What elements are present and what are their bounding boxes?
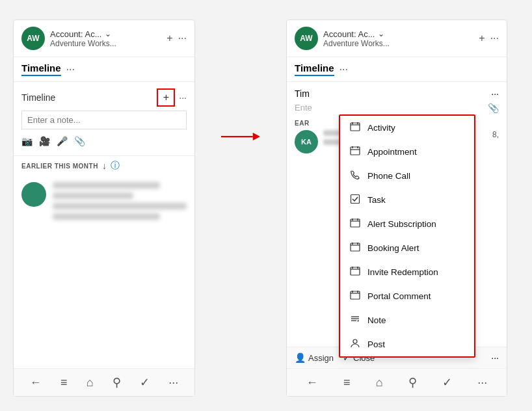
add-button[interactable]: +: [166, 33, 172, 44]
nav-search-icon[interactable]: ⚲: [113, 375, 121, 390]
right-timeline-label-row: Timeline ···: [287, 57, 507, 82]
chevron-down-icon: ⌄: [105, 29, 111, 38]
attachment-icon[interactable]: 📎: [74, 136, 85, 146]
blur-line: [53, 192, 133, 199]
right-header-subtitle: Adventure Works...: [323, 39, 473, 48]
dropdown-item-appointment[interactable]: Appointment: [340, 140, 474, 164]
svg-rect-19: [351, 267, 360, 275]
dropdown-item-phone-call[interactable]: Phone Call: [340, 164, 474, 188]
right-earlier-label: EAR: [295, 120, 310, 127]
camera-icon[interactable]: 📷: [21, 136, 33, 146]
left-bottom-nav: ← ≡ ⌂ ⚲ ✓ ···: [14, 368, 194, 396]
blur-avatar-1: [21, 182, 46, 207]
appointment-icon: [349, 146, 361, 158]
video-icon[interactable]: 🎥: [39, 136, 50, 146]
right-panel-header: AW Account: Ac... ⌄ Adventure Works... +…: [287, 20, 507, 57]
dropdown-invite-redemption-label: Invite Redemption: [367, 267, 438, 277]
invite-redemption-icon: [349, 266, 361, 278]
right-attachment-icon[interactable]: 📎: [488, 103, 499, 113]
right-nav-check-icon[interactable]: ✓: [442, 375, 452, 390]
blur-line: [53, 182, 160, 189]
dropdown-item-booking-alert[interactable]: Booking Alert: [340, 236, 474, 260]
dropdown-note-label: Note: [367, 315, 386, 325]
dropdown-item-post[interactable]: Post: [340, 332, 474, 356]
dropdown-item-note[interactable]: Note: [340, 308, 474, 332]
timeline-actions-row: 📷 🎥 🎤 📎: [21, 133, 187, 149]
right-note-row: Ente 📎: [295, 103, 499, 113]
nav-menu-icon[interactable]: ≡: [60, 376, 68, 390]
timeline-add-button[interactable]: +: [157, 88, 175, 107]
header-subtitle: Adventure Works...: [50, 39, 161, 48]
dropdown-phone-call-label: Phone Call: [367, 171, 410, 181]
right-more-button[interactable]: ···: [490, 33, 499, 44]
dropdown-post-label: Post: [367, 339, 385, 349]
right-bottom-nav: ← ≡ ⌂ ⚲ ✓ ···: [287, 368, 507, 396]
blur-line: [53, 213, 160, 220]
right-timeline-tab[interactable]: Timeline: [295, 62, 334, 76]
svg-rect-23: [351, 291, 360, 299]
dropdown-portal-comment-label: Portal Comment: [367, 291, 431, 301]
blurred-content: [14, 176, 194, 234]
booking-alert-icon: [349, 242, 361, 254]
blur-line: [53, 203, 187, 209]
right-add-button[interactable]: +: [479, 33, 485, 44]
left-panel: AW Account: Ac... ⌄ Adventure Works... +…: [13, 20, 195, 397]
task-icon: [349, 194, 361, 206]
right-panel: AW Account: Ac... ⌄ Adventure Works... +…: [286, 20, 507, 397]
timeline-label-row: Timeline ···: [14, 57, 194, 82]
earlier-label: EARLIER THIS MONTH: [21, 163, 98, 170]
header-title: Account: Ac... ⌄: [50, 29, 161, 39]
sort-icon[interactable]: ↓: [102, 161, 107, 171]
timeline-section-more[interactable]: ···: [179, 92, 187, 103]
dropdown-item-task[interactable]: Task: [340, 188, 474, 212]
svg-rect-10: [351, 195, 360, 204]
right-header-title-text: Account: Ac...: [323, 29, 375, 39]
right-blur-avatar: KA: [295, 130, 318, 153]
avatar: AW: [21, 27, 45, 50]
timeline-tab[interactable]: Timeline: [21, 62, 61, 76]
dropdown-item-portal-comment[interactable]: Portal Comment: [340, 284, 474, 308]
note-input[interactable]: [21, 111, 187, 129]
dropdown-item-invite-redemption[interactable]: Invite Redemption: [340, 260, 474, 284]
right-nav-home-icon[interactable]: ⌂: [376, 376, 383, 390]
svg-point-30: [353, 339, 357, 343]
action-more-icon[interactable]: ···: [491, 352, 499, 363]
right-nav-menu-icon[interactable]: ≡: [343, 376, 351, 390]
earlier-section: EARLIER THIS MONTH ↓ ⓘ: [14, 156, 194, 176]
assign-button[interactable]: 👤 Assign: [295, 352, 334, 363]
right-nav-search-icon[interactable]: ⚲: [408, 375, 417, 390]
svg-rect-15: [351, 243, 360, 251]
header-title-text: Account: Ac...: [50, 29, 102, 39]
right-nav-back-icon[interactable]: ←: [306, 376, 318, 390]
note-icon: [349, 314, 361, 326]
dropdown-task-label: Task: [367, 195, 386, 205]
nav-more-icon[interactable]: ···: [168, 376, 178, 390]
header-text: Account: Ac... ⌄ Adventure Works...: [50, 29, 161, 48]
info-icon[interactable]: ⓘ: [111, 160, 120, 172]
svg-marker-1: [253, 133, 260, 140]
right-header-actions: + ···: [479, 33, 499, 44]
timeline-more-icon[interactable]: ···: [66, 64, 75, 75]
alert-subscription-icon: [349, 218, 361, 230]
blurred-item-1: [21, 182, 187, 220]
timeline-section-header: Timeline + ···: [21, 88, 187, 107]
dropdown-item-activity[interactable]: Activity: [340, 116, 474, 140]
right-timeline-header: Tim ···: [295, 88, 499, 99]
blur-lines-1: [53, 182, 187, 220]
left-panel-header: AW Account: Ac... ⌄ Adventure Works... +…: [14, 20, 194, 57]
right-tim-label: Tim: [295, 88, 310, 99]
portal-comment-icon: [349, 290, 361, 302]
mic-icon[interactable]: 🎤: [57, 136, 68, 146]
right-timeline-more-icon[interactable]: ···: [339, 64, 348, 75]
svg-rect-2: [351, 123, 360, 131]
nav-check-icon[interactable]: ✓: [140, 375, 150, 390]
dropdown-appointment-label: Appointment: [367, 147, 417, 157]
dropdown-item-alert-subscription[interactable]: Alert Subscription: [340, 212, 474, 236]
arrow-container: [221, 130, 260, 143]
nav-home-icon[interactable]: ⌂: [86, 376, 94, 390]
phone-call-icon: [349, 170, 361, 182]
nav-back-icon[interactable]: ←: [30, 376, 42, 390]
right-nav-more-icon[interactable]: ···: [477, 376, 487, 390]
right-more-dots[interactable]: ···: [491, 88, 499, 99]
more-button[interactable]: ···: [178, 33, 187, 44]
